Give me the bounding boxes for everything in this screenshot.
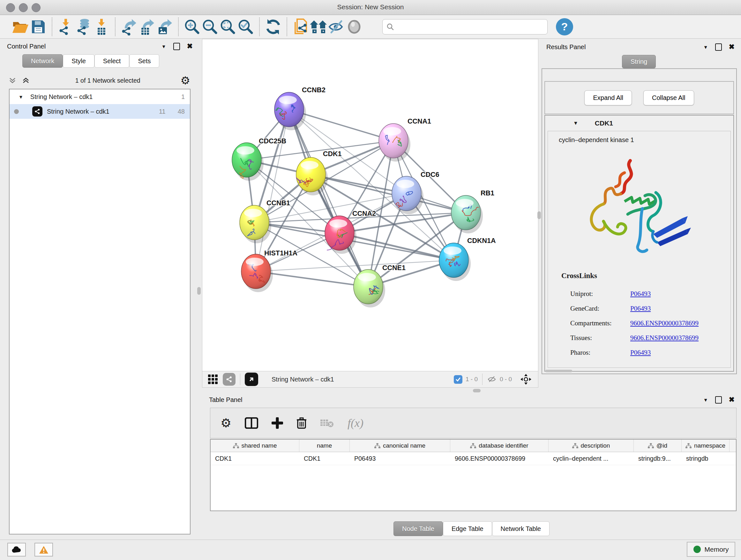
search-box[interactable] <box>382 19 548 35</box>
share-document-icon[interactable] <box>292 18 310 36</box>
grid-view-icon[interactable] <box>208 374 218 384</box>
column-header-database-identifier[interactable]: database identifier <box>450 440 549 452</box>
close-panel-icon[interactable]: ✖ <box>187 42 193 51</box>
show-columns-icon[interactable] <box>245 417 258 429</box>
tab-style[interactable]: Style <box>63 54 94 68</box>
save-session-icon[interactable] <box>29 18 47 36</box>
node-table[interactable]: shared namenamecanonical namedatabase id… <box>210 439 737 511</box>
cell-shared-name[interactable]: CDK1 <box>211 452 299 465</box>
crosslink-link[interactable]: 9606.ENSP00000378699 <box>630 319 698 327</box>
cell-database-identifier[interactable]: 9606.ENSP00000378699 <box>450 452 549 465</box>
cell-canonical-name[interactable]: P06493 <box>350 452 450 465</box>
zoom-in-icon[interactable] <box>183 18 201 36</box>
import-network-database-icon[interactable] <box>75 18 92 36</box>
preview-icon[interactable] <box>345 18 363 36</box>
hide-selected-icon[interactable] <box>327 18 345 36</box>
crosslink-link[interactable]: P06493 <box>630 305 651 313</box>
column-header-shared-name[interactable]: shared name <box>211 440 299 452</box>
import-network-file-icon[interactable] <box>57 18 75 36</box>
tab-edge-table[interactable]: Edge Table <box>443 521 492 536</box>
column-header-canonical-name[interactable]: canonical name <box>350 440 450 452</box>
network-canvas[interactable]: CCNB2CCNA1CDC25BCDK1CDC6RB1CCNB1CCNA2CDK… <box>202 39 538 372</box>
node-HIST1H1A[interactable] <box>241 254 273 292</box>
column-header-description[interactable]: description <box>549 440 634 452</box>
delete-column-icon[interactable] <box>296 417 307 429</box>
tab-sets[interactable]: Sets <box>129 54 159 68</box>
gene-section-header[interactable]: ▼ CDK1 <box>545 116 733 131</box>
network-row-selected[interactable]: String Network – cdk1 11 48 <box>10 104 190 119</box>
import-table-icon[interactable] <box>92 18 111 36</box>
close-panel-icon[interactable]: ✖ <box>729 395 735 404</box>
cell-@id[interactable]: stringdb:9... <box>634 452 682 465</box>
node-RB1[interactable] <box>451 195 483 233</box>
collapse-all-button[interactable]: Collapse All <box>643 90 694 105</box>
control-panel: Control Panel ▼ ✖ NetworkStyleSelectSets… <box>0 38 199 540</box>
search-input[interactable] <box>397 23 543 30</box>
close-panel-icon[interactable]: ✖ <box>729 43 735 51</box>
export-image-icon[interactable] <box>156 18 174 36</box>
float-panel-icon[interactable] <box>715 44 722 51</box>
bottom-splitter-handle[interactable] <box>473 389 481 392</box>
results-scrollbar[interactable] <box>545 370 572 372</box>
column-header-name[interactable]: name <box>299 440 350 452</box>
cytoscape-window: Session: New Session ? Control Panel ▼ ✖… <box>0 0 741 560</box>
zoom-out-icon[interactable] <box>201 18 219 36</box>
node-CCNB2[interactable] <box>274 92 306 130</box>
results-panel-title: Results Panel <box>546 44 586 51</box>
node-CDC6[interactable] <box>392 176 423 214</box>
node-CDK1[interactable] <box>296 158 328 195</box>
crosslink-link[interactable]: P06493 <box>630 349 651 357</box>
network-options-gear-icon[interactable]: ⚙ <box>181 74 190 87</box>
table-options-gear-icon[interactable]: ⚙ <box>220 416 231 430</box>
add-column-icon[interactable] <box>272 417 283 429</box>
tab-select[interactable]: Select <box>94 54 130 68</box>
birdseye-view-icon[interactable] <box>245 373 258 386</box>
node-CCNA1[interactable] <box>379 124 410 162</box>
node-CDC25B[interactable] <box>232 143 264 181</box>
function-builder-icon[interactable]: f(x) <box>347 416 363 430</box>
node-CDKN1A[interactable] <box>439 243 471 281</box>
cloud-status-button[interactable] <box>7 543 26 557</box>
network-collection-row[interactable]: ▼ String Network – cdk1 1 <box>10 89 190 104</box>
node-CCNE1[interactable] <box>354 269 385 307</box>
fit-selected-icon[interactable] <box>520 374 532 385</box>
export-network-icon[interactable] <box>120 18 138 36</box>
tab-node-table[interactable]: Node Table <box>394 521 443 536</box>
column-header-@id[interactable]: @id <box>634 440 682 452</box>
selected-items-checkbox-icon[interactable] <box>454 375 462 384</box>
export-table-icon[interactable] <box>138 18 156 36</box>
string-view-icon[interactable] <box>223 373 235 386</box>
column-header-namespace[interactable]: namespace <box>682 440 730 452</box>
left-splitter-handle[interactable] <box>197 287 201 295</box>
collapse-gene-icon[interactable]: ▼ <box>573 120 578 126</box>
delete-table-icon[interactable] <box>320 418 334 428</box>
expand-all-networks-icon[interactable] <box>22 76 30 84</box>
zoom-fit-icon[interactable] <box>219 18 237 36</box>
zoom-selected-icon[interactable] <box>237 18 255 36</box>
warnings-button[interactable] <box>35 543 53 557</box>
crosslink-label: Uniprot: <box>570 290 630 298</box>
collapse-all-networks-icon[interactable] <box>8 76 17 84</box>
help-button[interactable]: ? <box>556 18 573 36</box>
tab-string[interactable]: String <box>622 55 656 68</box>
table-row[interactable]: CDK1CDK1P064939606.ENSP00000378699cyclin… <box>211 452 736 465</box>
crosslink-link[interactable]: P06493 <box>630 290 651 298</box>
home-icon[interactable] <box>310 18 327 36</box>
crosslink-link[interactable]: 9606.ENSP00000378699 <box>630 334 698 342</box>
cell-namespace[interactable]: stringdb <box>682 452 730 465</box>
float-panel-icon[interactable] <box>173 43 180 50</box>
collapse-collection-icon[interactable]: ▼ <box>18 94 23 100</box>
panel-menu-icon[interactable]: ▼ <box>703 44 708 50</box>
tab-network-table[interactable]: Network Table <box>492 521 549 536</box>
memory-button[interactable]: Memory <box>687 542 735 557</box>
cell-description[interactable]: cyclin–dependent ... <box>549 452 634 465</box>
toolbar-separator <box>52 17 52 36</box>
tab-network[interactable]: Network <box>22 54 63 68</box>
cell-name[interactable]: CDK1 <box>299 452 350 465</box>
float-panel-icon[interactable] <box>715 396 722 403</box>
panel-menu-icon[interactable]: ▼ <box>703 397 708 402</box>
panel-menu-icon[interactable]: ▼ <box>161 44 166 49</box>
open-session-icon[interactable] <box>11 18 29 36</box>
expand-all-button[interactable]: Expand All <box>584 90 632 105</box>
refresh-icon[interactable] <box>264 18 282 36</box>
